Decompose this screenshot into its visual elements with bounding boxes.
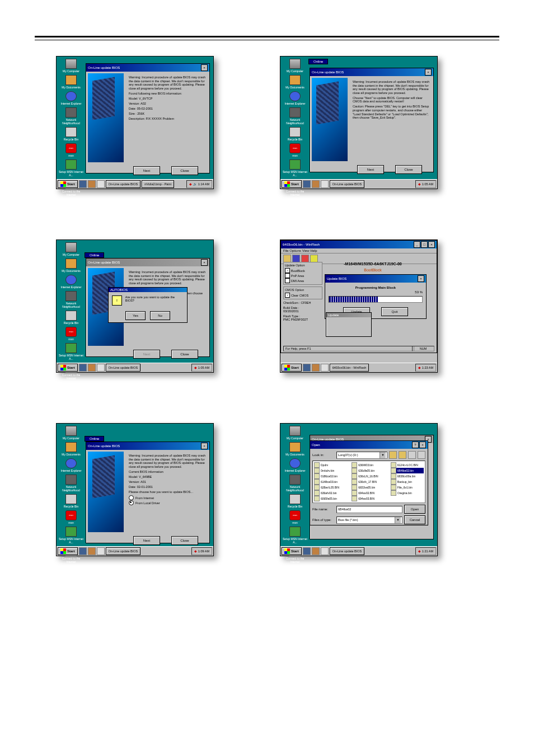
next-button[interactable]: Next (357, 165, 384, 174)
task-bios[interactable]: On-Line update BIOS (106, 364, 141, 372)
desktop-icon[interactable]: msnmsn (283, 510, 307, 524)
quicklaunch-icon[interactable] (79, 364, 87, 372)
filename-input[interactable]: 6B4lba02 (336, 506, 402, 513)
file-item[interactable]: 6148ca03.bin (314, 479, 345, 485)
tray-icon[interactable]: ◆ (189, 182, 192, 186)
file-item[interactable]: Oregina.bin (391, 490, 424, 496)
close-button[interactable]: Close (171, 350, 198, 359)
desktop-icon[interactable]: msnmsn (283, 143, 307, 157)
quicklaunch-icon[interactable] (79, 547, 87, 555)
file-item[interactable]: 0186ca02.bin (314, 473, 345, 479)
desktop-icon[interactable]: Network Neighborhood (59, 107, 83, 125)
start-button[interactable]: Start (58, 364, 78, 372)
next-button[interactable]: Next (133, 166, 160, 175)
task-winflash[interactable]: 6403vx06.bin - WinFlash (330, 364, 369, 372)
desktop-icon[interactable]: My Documents (59, 75, 83, 89)
file-item[interactable]: 6124c-rLOC.BIN (391, 462, 424, 468)
quicklaunch-icon[interactable] (303, 364, 311, 372)
quit-button[interactable]: Quit (381, 307, 408, 316)
tray-icon[interactable]: ◆ (194, 550, 197, 553)
checkbox[interactable]: ✓ (285, 293, 290, 298)
task-paint[interactable]: nVidia2.bmp - Paint (142, 180, 174, 188)
desktop-icon[interactable]: Recycle Bin (283, 127, 307, 141)
help-icon[interactable]: ? (412, 442, 419, 448)
up-folder-icon[interactable] (389, 451, 397, 459)
quicklaunch-icon[interactable] (303, 180, 311, 188)
radio-internet[interactable] (129, 495, 134, 500)
tray-icon[interactable]: ◆ (418, 550, 421, 553)
start-button[interactable]: Start (282, 547, 302, 555)
toolbar-open-icon[interactable] (283, 255, 291, 262)
task-bios[interactable]: On-Line update BIOS (106, 547, 141, 555)
start-button[interactable]: Start (58, 180, 78, 188)
filetype-combo[interactable]: Bios file (*.bin)▼ (336, 516, 402, 524)
file-item[interactable]: 6838cx00a.bin (391, 473, 424, 479)
close-icon[interactable]: × (201, 64, 208, 71)
file-item[interactable]: 636W03.bin (352, 462, 384, 468)
close-icon[interactable]: × (201, 443, 208, 449)
file-item[interactable]: 694av03.BIN (352, 496, 384, 501)
file-list[interactable]: Dpdrv0mbdrv.bin0186ca02.bin6148ca03.bin6… (312, 461, 425, 503)
view-details-icon[interactable] (418, 451, 425, 459)
menu-online[interactable]: Online (309, 59, 327, 64)
task-bios[interactable]: On-Line update BIOS (106, 180, 141, 188)
desktop-icon[interactable]: Setup MSN Internet A... (283, 159, 307, 177)
desktop-icon[interactable]: Setup MSN Internet A... (59, 159, 83, 177)
quicklaunch-icon[interactable] (88, 180, 96, 188)
desktop-icon[interactable]: Recycle Bin (283, 494, 307, 508)
no-button[interactable]: No (150, 311, 170, 320)
file-item[interactable]: 636cLN_16.BIN (352, 473, 384, 479)
file-item[interactable]: 6653va05.bin (352, 485, 384, 490)
quicklaunch-icon[interactable] (303, 547, 311, 555)
quicklaunch-icon[interactable] (321, 547, 329, 555)
lookin-combo[interactable]: Long37(v) (D:)▼ (336, 452, 387, 459)
desktop-icon[interactable]: My Documents (283, 442, 307, 456)
desktop-icon[interactable]: My Documents (59, 442, 83, 456)
tray-icon[interactable]: 🔊 (193, 182, 197, 186)
desktop-icon[interactable]: Recycle Bin (59, 311, 83, 325)
checkbox[interactable]: ✓ (285, 268, 290, 273)
desktop-icon[interactable]: My Computer (59, 426, 83, 440)
start-button[interactable]: Start (282, 364, 302, 372)
desktop-icon[interactable]: Setup MSN Internet A... (283, 527, 307, 544)
file-item[interactable]: 6065fa05.bin (314, 496, 345, 501)
menubar[interactable]: File Options View Help (281, 248, 437, 253)
quicklaunch-icon[interactable] (321, 180, 329, 188)
close-icon[interactable]: × (419, 442, 426, 448)
quicklaunch-icon[interactable] (97, 180, 105, 188)
desktop-icon[interactable]: Network Neighborhood (283, 107, 307, 125)
quicklaunch-icon[interactable] (79, 180, 87, 188)
file-item[interactable]: 636afv02.bin (314, 490, 345, 496)
desktop-icon[interactable]: Internet Explorer (283, 91, 307, 105)
file-item[interactable]: File_6v1.bin (391, 485, 424, 490)
desktop-icon[interactable]: Recycle Bin (59, 494, 83, 508)
quicklaunch-icon[interactable] (88, 547, 96, 555)
file-item[interactable]: Backup_bin (391, 479, 424, 485)
start-button[interactable]: Start (58, 547, 78, 555)
close-button[interactable]: Close (171, 166, 198, 175)
task-bios[interactable]: On-Line update BIOS (330, 547, 365, 555)
quicklaunch-icon[interactable] (88, 364, 96, 372)
desktop-icon[interactable]: Network Neighborhood (59, 475, 83, 492)
file-item[interactable]: 694av02.BIN (352, 490, 384, 496)
file-item[interactable]: 636dfa05.bin (352, 468, 384, 473)
file-item[interactable]: 6B4lba02.bin (391, 468, 424, 473)
close-icon[interactable]: × (201, 259, 208, 266)
checkbox[interactable] (285, 273, 290, 278)
file-item[interactable]: 628av\L05.BIN (314, 485, 345, 490)
quicklaunch-icon[interactable] (312, 364, 320, 372)
desktop-icon[interactable]: My Computer (59, 242, 83, 256)
online-menu[interactable]: Online (85, 252, 104, 258)
toolbar-icon[interactable] (301, 255, 309, 262)
quicklaunch-icon[interactable] (312, 180, 320, 188)
desktop-icon[interactable]: msnmsn (59, 143, 83, 157)
close-icon[interactable]: × (428, 241, 435, 248)
tray-icon[interactable]: ◆ (418, 182, 421, 186)
minimize-icon[interactable]: _ (414, 241, 420, 248)
checkbox[interactable] (285, 278, 290, 283)
desktop-icon[interactable]: Setup MSN Internet A... (59, 527, 83, 544)
desktop-icon[interactable]: Network Neighborhood (59, 291, 83, 308)
desktop-icon[interactable]: Internet Explorer (59, 275, 83, 289)
desktop-icon[interactable]: Internet Explorer (283, 458, 307, 472)
desktop-icon[interactable]: Internet Explorer (59, 91, 83, 105)
